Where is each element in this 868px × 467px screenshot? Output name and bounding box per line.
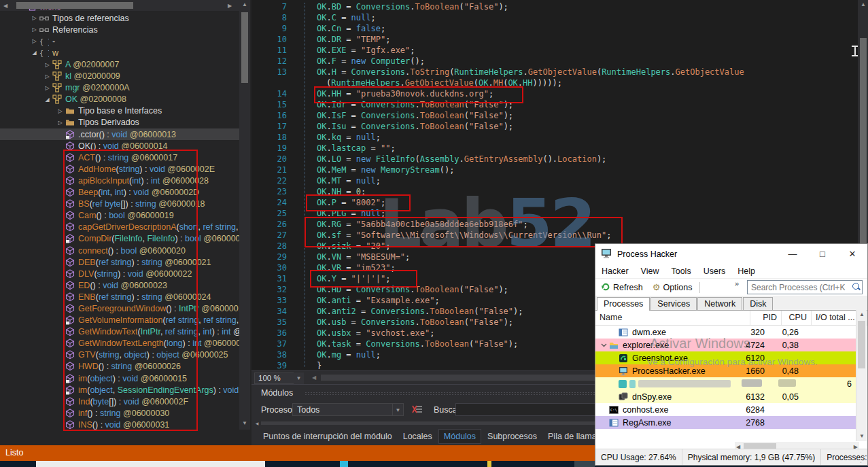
scroll-right-icon[interactable]: ▶ (224, 3, 235, 9)
column-header-i-o-total-[interactable]: I/O total ... (812, 311, 856, 325)
process-row[interactable]: dwm.exe3200,26 (595, 326, 858, 339)
tree-item[interactable]: ▷A @02000007 (0, 58, 239, 70)
process-row[interactable]: RegAsm.exe2768 (595, 416, 858, 429)
ph-tab-disk[interactable]: Disk (743, 297, 773, 310)
scroll-up-icon[interactable]: ▲ (858, 1, 868, 7)
process-row[interactable]: C:\conhost.exe6284 (595, 403, 858, 416)
code-line[interactable]: 12OK.F = new Computer(); (251, 56, 856, 67)
code-line[interactable]: 13OK.H = Conversions.ToString(RuntimeHel… (251, 67, 856, 77)
code-line[interactable]: 19OK.lastcap = ""; (251, 143, 856, 154)
scroll-down-icon[interactable]: ▼ (859, 433, 865, 439)
tree-item[interactable]: .cctor() : void @06000013 (0, 128, 239, 140)
code-text: OK.usbx = "svchost.exe"; (317, 328, 434, 339)
process-row[interactable]: dnSpy.exe61320,05 (595, 390, 858, 403)
tab-m-dulos[interactable]: Módulos (438, 429, 481, 444)
code-line[interactable]: 10OK.DR = "TEMP"; (251, 34, 856, 45)
process-search-input[interactable] (750, 281, 846, 293)
highlight-box-line31 (310, 270, 417, 288)
dropdown-arrow-icon[interactable]: ▼ (393, 403, 404, 416)
list-clear-icon[interactable] (412, 404, 423, 417)
resize-grip[interactable]: ⋰ (860, 457, 866, 464)
scroll-left-icon[interactable]: ◀ (309, 375, 319, 381)
tree-item[interactable]: ▷Tipos Derivados (0, 117, 239, 128)
class-icon (52, 60, 63, 69)
process-list: dwm.exe3200,26explorer.exe47240,38Greens… (595, 326, 867, 429)
line-number: 14 (251, 88, 287, 99)
code-line[interactable]: 18OK.kq = null; (251, 132, 856, 143)
tree-item[interactable]: ▷Tipo base e Interfaces (0, 105, 239, 117)
process-row-redacted[interactable]: 6 (595, 377, 858, 390)
code-text: OK.F = new Computer(); (317, 56, 425, 67)
process-row[interactable]: Greenshot.exe6120 (595, 351, 858, 364)
tree-item[interactable]: ▷Referencias (0, 24, 239, 35)
code-line[interactable]: 8OK.C = null; (251, 12, 856, 23)
ph-vertical-scrollbar[interactable]: ▲ ▼ (856, 310, 867, 441)
expand-icon[interactable]: ▷ (55, 120, 65, 126)
namespace-icon: { } (39, 48, 50, 58)
tab-puntos-de-interrupci-n-del-m-dulo[interactable]: Puntos de interrupción del módulo (258, 430, 397, 443)
scroll-up-icon[interactable]: ▲ (239, 1, 250, 7)
tree-item[interactable]: ◢{ }w (0, 47, 239, 58)
ph-tab-services[interactable]: Services (650, 297, 697, 310)
code-line[interactable]: 16OK.IsF = Conversions.ToBoolean("False"… (251, 110, 856, 121)
tree-item-label: OK @02000008 (65, 94, 126, 104)
expand-icon[interactable]: ▷ (42, 73, 52, 80)
expand-icon[interactable]: ▷ (55, 108, 65, 114)
code-line[interactable]: 7OK.BD = Conversions.ToBoolean("False"); (251, 1, 856, 12)
greenshot-icon (619, 353, 629, 363)
options-button[interactable]: ⚙ Options (653, 282, 693, 292)
zoom-level-select[interactable]: 100 % (254, 373, 294, 384)
ph-tab-processes[interactable]: Processes (597, 297, 650, 311)
minimize-button[interactable]: — (778, 244, 808, 264)
menu-help[interactable]: Help (731, 266, 761, 276)
tree-item[interactable]: ◢OK @02000008 (0, 94, 239, 105)
tree-item[interactable]: ▷mgr @0200000A (0, 82, 239, 94)
code-line[interactable]: 20OK.LO = new FileInfo(Assembly.GetEntry… (251, 154, 856, 165)
column-header-pid[interactable]: PID (750, 311, 782, 325)
tree-item[interactable]: ▷Tipos de referencias (0, 12, 239, 24)
ph-tab-network[interactable]: Network (697, 297, 742, 310)
close-button[interactable]: ✕ (837, 244, 867, 264)
collapse-icon[interactable]: ◢ (29, 50, 39, 56)
line-number: 32 (251, 284, 287, 295)
zoom-dropdown-arrow-icon[interactable]: ▼ (294, 373, 304, 384)
process-filter-dropdown[interactable]: Todos (292, 403, 393, 416)
code-text: } (317, 360, 322, 369)
scroll-up-icon[interactable]: ▲ (859, 311, 865, 317)
process-row[interactable]: ProcessHacker.exe16600,48 (595, 364, 858, 377)
code-text: OK.LO = new FileInfo(Assembly.GetEntryAs… (317, 154, 606, 165)
ph-title-bar[interactable]: Process Hacker — □ ✕ (595, 244, 867, 264)
code-line[interactable]: 22OK.MT = null; (251, 175, 856, 186)
collapse-icon[interactable]: ◢ (42, 97, 52, 103)
line-number: 10 (251, 34, 287, 45)
menu-users[interactable]: Users (697, 266, 732, 276)
tab-subprocesos[interactable]: Subprocesos (483, 430, 542, 443)
menu-tools[interactable]: Tools (665, 266, 697, 276)
code-line[interactable]: 11OK.EXE = "Igfx.exe"; (251, 45, 856, 56)
process-row[interactable]: explorer.exe47240,38 (595, 339, 858, 351)
scroll-left-icon[interactable]: ◀ (0, 3, 11, 9)
process-search-box[interactable] (747, 280, 863, 294)
expand-icon[interactable]: ▷ (42, 62, 52, 68)
menu-view[interactable]: View (635, 266, 665, 276)
chevron-down-icon[interactable] (601, 342, 607, 349)
taskbar-fragment (574, 461, 595, 467)
tree-item[interactable]: ▷kl @02000009 (0, 71, 239, 82)
column-header-name[interactable]: Name (595, 311, 750, 325)
code-line[interactable]: 17OK.Isu = Conversions.ToBoolean("False"… (251, 121, 856, 132)
code-line[interactable]: 9OK.Cn = false; (251, 23, 856, 34)
maximize-button[interactable]: □ (808, 244, 837, 264)
tree-vertical-scrollbar[interactable]: ▲ ▼ (239, 0, 250, 430)
expand-icon[interactable]: ▷ (42, 85, 52, 91)
toolbar-overflow-chevron[interactable]: » (735, 279, 739, 288)
tab-locales[interactable]: Locales (398, 430, 437, 443)
tree-item[interactable]: ▷{ }- (0, 35, 239, 47)
expand-icon[interactable]: ▷ (29, 27, 39, 33)
scroll-down-icon[interactable]: ▼ (239, 420, 250, 426)
refresh-button[interactable]: Refresh (601, 281, 643, 293)
expand-icon[interactable]: ▷ (29, 38, 39, 44)
code-line[interactable]: 21OK.MeM = new MemoryStream(); (251, 165, 856, 175)
menu-hacker[interactable]: Hacker (595, 266, 635, 276)
column-header-cpu[interactable]: CPU (782, 311, 812, 325)
expand-icon[interactable]: ▷ (29, 15, 39, 21)
